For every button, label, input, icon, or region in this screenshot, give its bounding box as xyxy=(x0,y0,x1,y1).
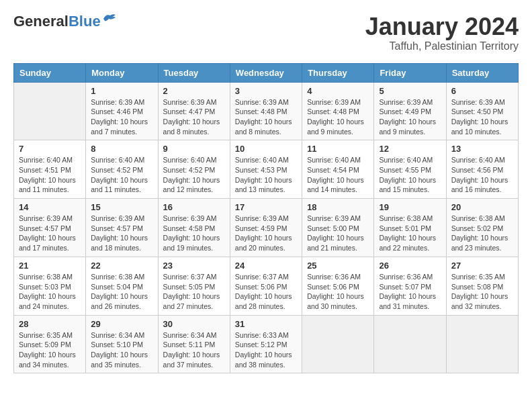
day-info: Sunrise: 6:40 AMSunset: 4:54 PMDaylight:… xyxy=(307,155,369,195)
day-info: Sunrise: 6:39 AMSunset: 4:59 PMDaylight:… xyxy=(235,214,297,253)
day-number: 11 xyxy=(307,144,369,154)
page-header: GeneralBlue January 2024 Taffuh, Palesti… xyxy=(13,13,519,52)
week-row-1: 1Sunrise: 6:39 AMSunset: 4:46 PMDaylight… xyxy=(14,82,519,140)
day-info: Sunrise: 6:39 AMSunset: 4:48 PMDaylight:… xyxy=(235,97,297,137)
weekday-header-row: SundayMondayTuesdayWednesdayThursdayFrid… xyxy=(14,63,519,82)
week-row-5: 28Sunrise: 6:35 AMSunset: 5:09 PMDayligh… xyxy=(14,315,519,373)
calendar-cell: 24Sunrise: 6:37 AMSunset: 5:06 PMDayligh… xyxy=(230,257,302,315)
day-number: 28 xyxy=(19,319,81,329)
calendar-cell: 17Sunrise: 6:39 AMSunset: 4:59 PMDayligh… xyxy=(230,199,302,257)
day-number: 2 xyxy=(163,86,225,96)
calendar-cell: 8Sunrise: 6:40 AMSunset: 4:52 PMDaylight… xyxy=(86,140,158,199)
day-number: 7 xyxy=(19,144,81,154)
calendar-cell xyxy=(302,315,374,373)
calendar-cell: 25Sunrise: 6:36 AMSunset: 5:06 PMDayligh… xyxy=(302,257,374,315)
day-info: Sunrise: 6:39 AMSunset: 4:48 PMDaylight:… xyxy=(307,97,369,137)
day-number: 30 xyxy=(163,319,225,329)
calendar-cell: 21Sunrise: 6:38 AMSunset: 5:03 PMDayligh… xyxy=(14,257,86,315)
calendar-cell: 18Sunrise: 6:39 AMSunset: 5:00 PMDayligh… xyxy=(302,199,374,257)
day-number: 5 xyxy=(379,86,441,96)
day-info: Sunrise: 6:39 AMSunset: 5:00 PMDaylight:… xyxy=(307,214,369,253)
day-info: Sunrise: 6:38 AMSunset: 5:03 PMDaylight:… xyxy=(19,272,81,312)
day-number: 14 xyxy=(19,202,81,212)
calendar-cell: 26Sunrise: 6:36 AMSunset: 5:07 PMDayligh… xyxy=(374,257,446,315)
weekday-header-sunday: Sunday xyxy=(14,63,86,82)
calendar-cell: 23Sunrise: 6:37 AMSunset: 5:05 PMDayligh… xyxy=(158,257,230,315)
calendar-cell: 6Sunrise: 6:39 AMSunset: 4:50 PMDaylight… xyxy=(446,82,518,140)
day-number: 25 xyxy=(307,261,369,271)
day-number: 22 xyxy=(91,261,152,271)
calendar-cell: 20Sunrise: 6:38 AMSunset: 5:02 PMDayligh… xyxy=(446,199,518,257)
day-number: 15 xyxy=(91,202,152,212)
day-number: 31 xyxy=(235,319,297,329)
logo-text: GeneralBlue xyxy=(13,13,101,30)
weekday-header-tuesday: Tuesday xyxy=(158,63,230,82)
month-title: January 2024 xyxy=(365,13,519,40)
day-info: Sunrise: 6:37 AMSunset: 5:06 PMDaylight:… xyxy=(235,272,297,312)
day-number: 8 xyxy=(91,144,152,154)
calendar-cell: 22Sunrise: 6:38 AMSunset: 5:04 PMDayligh… xyxy=(86,257,158,315)
calendar-cell: 30Sunrise: 6:34 AMSunset: 5:11 PMDayligh… xyxy=(158,315,230,373)
calendar-cell: 1Sunrise: 6:39 AMSunset: 4:46 PMDaylight… xyxy=(86,82,158,140)
day-info: Sunrise: 6:39 AMSunset: 4:57 PMDaylight:… xyxy=(19,214,81,253)
day-info: Sunrise: 6:35 AMSunset: 5:08 PMDaylight:… xyxy=(451,272,513,312)
day-info: Sunrise: 6:39 AMSunset: 4:46 PMDaylight:… xyxy=(91,97,152,137)
calendar-cell: 5Sunrise: 6:39 AMSunset: 4:49 PMDaylight… xyxy=(374,82,446,140)
weekday-header-wednesday: Wednesday xyxy=(230,63,302,82)
calendar-cell: 3Sunrise: 6:39 AMSunset: 4:48 PMDaylight… xyxy=(230,82,302,140)
title-block: January 2024 Taffuh, Palestinian Territo… xyxy=(365,13,519,52)
day-info: Sunrise: 6:35 AMSunset: 5:09 PMDaylight:… xyxy=(19,330,81,370)
day-number: 17 xyxy=(235,202,297,212)
bird-icon xyxy=(102,12,117,24)
calendar-cell: 27Sunrise: 6:35 AMSunset: 5:08 PMDayligh… xyxy=(446,257,518,315)
day-info: Sunrise: 6:36 AMSunset: 5:06 PMDaylight:… xyxy=(307,272,369,312)
day-info: Sunrise: 6:37 AMSunset: 5:05 PMDaylight:… xyxy=(163,272,225,312)
day-info: Sunrise: 6:39 AMSunset: 4:47 PMDaylight:… xyxy=(163,97,225,137)
day-number: 29 xyxy=(91,319,152,329)
logo-general: General xyxy=(13,13,69,30)
day-number: 27 xyxy=(451,261,513,271)
calendar-cell: 11Sunrise: 6:40 AMSunset: 4:54 PMDayligh… xyxy=(302,140,374,199)
week-row-4: 21Sunrise: 6:38 AMSunset: 5:03 PMDayligh… xyxy=(14,257,519,315)
calendar-cell: 19Sunrise: 6:38 AMSunset: 5:01 PMDayligh… xyxy=(374,199,446,257)
day-number: 20 xyxy=(451,202,513,212)
calendar-cell: 29Sunrise: 6:34 AMSunset: 5:10 PMDayligh… xyxy=(86,315,158,373)
day-number: 26 xyxy=(379,261,441,271)
day-number: 3 xyxy=(235,86,297,96)
weekday-header-monday: Monday xyxy=(86,63,158,82)
day-info: Sunrise: 6:39 AMSunset: 4:57 PMDaylight:… xyxy=(91,214,152,253)
calendar-cell: 31Sunrise: 6:33 AMSunset: 5:12 PMDayligh… xyxy=(230,315,302,373)
day-info: Sunrise: 6:34 AMSunset: 5:10 PMDaylight:… xyxy=(91,330,152,370)
weekday-header-friday: Friday xyxy=(374,63,446,82)
calendar-cell: 12Sunrise: 6:40 AMSunset: 4:55 PMDayligh… xyxy=(374,140,446,199)
day-number: 10 xyxy=(235,144,297,154)
day-number: 9 xyxy=(163,144,225,154)
calendar-cell: 9Sunrise: 6:40 AMSunset: 4:52 PMDaylight… xyxy=(158,140,230,199)
calendar-cell: 2Sunrise: 6:39 AMSunset: 4:47 PMDaylight… xyxy=(158,82,230,140)
day-number: 13 xyxy=(451,144,513,154)
day-info: Sunrise: 6:40 AMSunset: 4:53 PMDaylight:… xyxy=(235,155,297,195)
calendar-cell: 15Sunrise: 6:39 AMSunset: 4:57 PMDayligh… xyxy=(86,199,158,257)
calendar-cell: 28Sunrise: 6:35 AMSunset: 5:09 PMDayligh… xyxy=(14,315,86,373)
calendar-cell: 13Sunrise: 6:40 AMSunset: 4:56 PMDayligh… xyxy=(446,140,518,199)
calendar-cell: 7Sunrise: 6:40 AMSunset: 4:51 PMDaylight… xyxy=(14,140,86,199)
day-info: Sunrise: 6:36 AMSunset: 5:07 PMDaylight:… xyxy=(379,272,441,312)
calendar-cell: 14Sunrise: 6:39 AMSunset: 4:57 PMDayligh… xyxy=(14,199,86,257)
day-number: 16 xyxy=(163,202,225,212)
calendar-cell xyxy=(14,82,86,140)
calendar-cell: 16Sunrise: 6:39 AMSunset: 4:58 PMDayligh… xyxy=(158,199,230,257)
day-number: 19 xyxy=(379,202,441,212)
day-number: 12 xyxy=(379,144,441,154)
day-number: 4 xyxy=(307,86,369,96)
day-number: 1 xyxy=(91,86,152,96)
day-info: Sunrise: 6:39 AMSunset: 4:49 PMDaylight:… xyxy=(379,97,441,137)
day-number: 23 xyxy=(163,261,225,271)
weekday-header-saturday: Saturday xyxy=(446,63,518,82)
day-info: Sunrise: 6:40 AMSunset: 4:51 PMDaylight:… xyxy=(19,155,81,195)
day-info: Sunrise: 6:33 AMSunset: 5:12 PMDaylight:… xyxy=(235,330,297,370)
day-number: 24 xyxy=(235,261,297,271)
day-info: Sunrise: 6:39 AMSunset: 4:58 PMDaylight:… xyxy=(163,214,225,253)
week-row-3: 14Sunrise: 6:39 AMSunset: 4:57 PMDayligh… xyxy=(14,199,519,257)
day-info: Sunrise: 6:38 AMSunset: 5:04 PMDaylight:… xyxy=(91,272,152,312)
day-number: 18 xyxy=(307,202,369,212)
